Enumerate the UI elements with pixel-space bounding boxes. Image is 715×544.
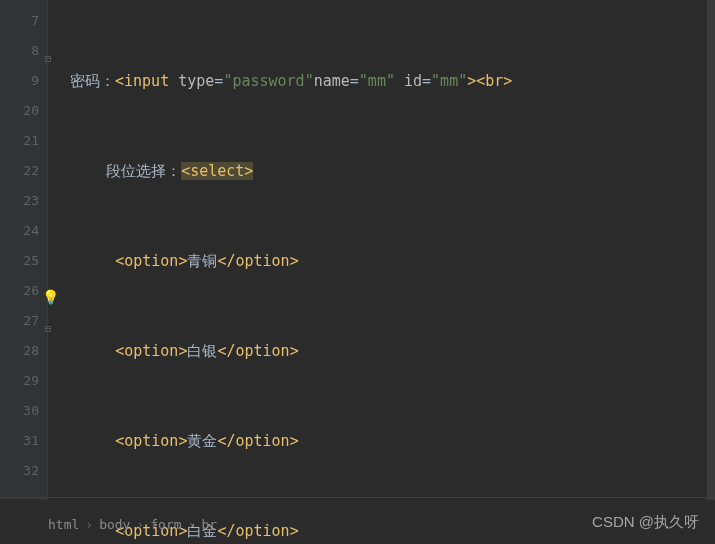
- line-number: 32: [0, 456, 39, 486]
- line-number: 27⊟: [0, 306, 39, 336]
- line-number: 8⊟: [0, 36, 39, 66]
- line-gutter: 7 8⊟ 9 20 21 22 23 24 25 26💡 27⊟ 28 29 3…: [0, 0, 48, 500]
- code-editor[interactable]: 7 8⊟ 9 20 21 22 23 24 25 26💡 27⊟ 28 29 3…: [0, 0, 715, 500]
- code-line: <option>黄金</option>: [70, 426, 715, 456]
- breadcrumb-item[interactable]: body: [99, 517, 130, 532]
- code-line: <option>白银</option>: [70, 336, 715, 366]
- line-number: 21: [0, 126, 39, 156]
- line-number: 26💡: [0, 276, 39, 306]
- line-number: 28: [0, 336, 39, 366]
- line-number: 7: [0, 6, 39, 36]
- breadcrumb-item[interactable]: html: [48, 517, 79, 532]
- code-area[interactable]: 密码：<input type="password"name="mm" id="m…: [48, 0, 715, 500]
- line-number: 24: [0, 216, 39, 246]
- line-number: 29: [0, 366, 39, 396]
- chevron-right-icon: ›: [85, 517, 93, 532]
- chevron-right-icon: ›: [136, 517, 144, 532]
- line-number: 25: [0, 246, 39, 276]
- line-number: 30: [0, 396, 39, 426]
- code-line: <option>青铜</option>: [70, 246, 715, 276]
- code-line: 密码：<input type="password"name="mm" id="m…: [70, 66, 715, 96]
- chevron-right-icon: ›: [188, 517, 196, 532]
- line-number: 31: [0, 426, 39, 456]
- breadcrumb[interactable]: html › body › form › br: [48, 517, 217, 532]
- line-number: 22: [0, 156, 39, 186]
- line-number: 23: [0, 186, 39, 216]
- right-gutter: [707, 0, 715, 500]
- breadcrumb-item[interactable]: form: [150, 517, 181, 532]
- breadcrumb-item[interactable]: br: [201, 517, 217, 532]
- watermark: CSDN @执久呀: [592, 513, 699, 532]
- code-line: 段位选择：<select>: [70, 156, 715, 186]
- line-number: 20: [0, 96, 39, 126]
- line-number: 9: [0, 66, 39, 96]
